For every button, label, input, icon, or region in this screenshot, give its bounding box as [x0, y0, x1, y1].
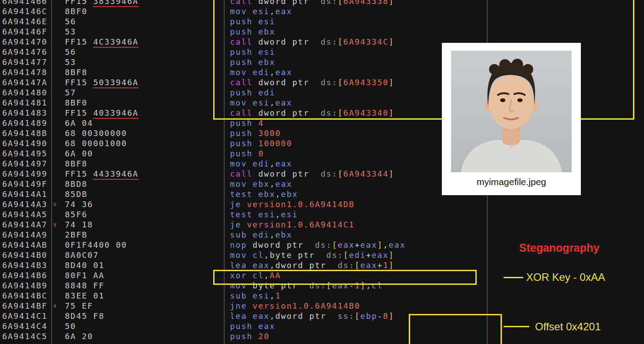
instruction: push 20 [230, 331, 270, 341]
address: 6A941478 [2, 67, 48, 77]
xor-connector-line [504, 277, 523, 278]
opcode-bytes: 0F1F4400 00 [65, 240, 127, 250]
opcode-bytes: 57 [65, 87, 76, 98]
address: 6A941495 [2, 148, 48, 159]
address: 6A9414BF [2, 301, 48, 311]
opcode-bytes: 8BF0 [65, 98, 87, 108]
debugger-disassembly-screenshot: 6A941466FF15 3833946Acall dword ptr ds:[… [0, 0, 644, 344]
address: 6A9414B3 [2, 260, 48, 270]
disasm-row[interactable]: 6A9414BF∧75 EFjne version1.0.6A9414B0 [0, 301, 644, 311]
address: 6A94149F [2, 179, 48, 189]
opcode-bytes: FF15 3833946A [65, 0, 139, 6]
opcode-bytes: 8BF8 [65, 67, 87, 77]
address: 6A941497 [2, 159, 48, 169]
address: 6A9414B6 [2, 270, 48, 280]
address: 6A9414A9 [2, 230, 48, 240]
instruction: sub esi,1 [230, 291, 281, 301]
instruction: push 100000 [230, 138, 292, 148]
opcode-bytes: 53 [65, 26, 76, 37]
opcode-bytes: 8A0C07 [65, 250, 99, 260]
opcode-bytes: 6A 04 [65, 118, 93, 128]
opcode-bytes: 56 [65, 47, 76, 57]
disasm-row[interactable]: 6A9414A92BFBsub edi,ebx [0, 230, 644, 240]
opcode-bytes: 85F6 [65, 209, 87, 219]
instruction: push 0 [230, 148, 264, 159]
address: 6A9414BC [2, 291, 48, 301]
instruction: test ebx,ebx [230, 189, 298, 199]
instruction: mov edi,eax [230, 159, 292, 169]
opcode-bytes: FF15 4033946A [65, 108, 139, 118]
address: 6A94146C [2, 6, 48, 16]
address: 6A941483 [2, 108, 48, 118]
opcode-bytes: 8BF0 [65, 6, 87, 16]
jump-direction-icon: ∨ [53, 219, 57, 230]
address: 6A941477 [2, 57, 48, 67]
address: 6A94147A [2, 77, 48, 87]
opcode-bytes: 68 00001000 [65, 138, 127, 148]
address: 6A9414A7 [2, 219, 48, 230]
address: 6A941489 [2, 118, 48, 128]
opcode-bytes: 74 18 [65, 219, 93, 230]
opcode-bytes: 50 [65, 321, 76, 331]
image-card: myimagefile.jpeg [442, 43, 581, 195]
address: 6A941499 [2, 169, 48, 179]
disasm-row[interactable]: 6A9414C18D45 F8lea eax,dword ptr ss:[ebp… [0, 311, 644, 321]
xor-key-label: XOR Key - 0xAA [526, 271, 605, 284]
opcode-bytes: 68 00300000 [65, 128, 127, 138]
address: 6A9414B9 [2, 280, 48, 291]
instruction: mov cl,byte ptr ds:[edi+eax] [230, 250, 394, 260]
address: 6A9414AB [2, 240, 48, 250]
opcode-bytes: 56 [65, 16, 76, 26]
steganography-label: Steganography [519, 242, 599, 254]
portrait-photo [451, 51, 572, 172]
instruction: sub edi,ebx [230, 230, 292, 240]
relocated-bytes: 4033946A [93, 108, 139, 119]
opcode-bytes: 8848 FF [65, 280, 105, 291]
annotation-box-xor-instruction [213, 270, 477, 285]
address: 6A9414C4 [2, 321, 48, 331]
address: 6A941466 [2, 0, 48, 6]
opcode-bytes: 6A 00 [65, 148, 93, 159]
disasm-row[interactable]: 6A9414BC83EE 01sub esi,1 [0, 291, 644, 301]
address: 6A9414A3 [2, 199, 48, 209]
opcode-bytes: 74 36 [65, 199, 93, 209]
jump-direction-icon: ∧ [53, 301, 57, 311]
opcode-bytes: 2BFB [65, 230, 87, 240]
offset-label: Offset 0x4201 [535, 321, 601, 333]
opcode-bytes: FF15 4433946A [65, 169, 139, 179]
disasm-row[interactable]: 6A9414A585F6test esi,esi [0, 209, 644, 219]
opcode-bytes: 8BD8 [65, 179, 87, 189]
instruction: mov ebx,eax [230, 179, 292, 189]
opcode-bytes: 8D45 F8 [65, 311, 105, 321]
opcode-bytes: 8D40 01 [65, 260, 105, 270]
address: 6A9414B0 [2, 250, 48, 260]
opcode-bytes: FF15 5033946A [65, 77, 139, 87]
opcode-bytes: 80F1 AA [65, 270, 105, 280]
disasm-row[interactable]: 6A9414A3∨74 36je version1.0.6A9414DB [0, 199, 644, 209]
instruction: push 3000 [230, 128, 281, 138]
opcode-bytes: 6A 20 [65, 331, 93, 341]
address: 6A941476 [2, 47, 48, 57]
instruction: call dword ptr ds:[6A943344] [230, 169, 394, 179]
image-caption: myimagefile.jpeg [442, 177, 581, 187]
relocated-bytes: 4C33946A [93, 37, 139, 48]
address: 6A94146E [2, 16, 48, 26]
annotation-box-offset [409, 314, 502, 344]
disasm-row[interactable]: 6A9414B38D40 01lea eax,dword ptr ds:[eax… [0, 260, 644, 270]
instruction: push eax [230, 321, 275, 331]
relocated-bytes: 4433946A [93, 169, 139, 180]
disasm-row[interactable]: 6A9414A7∨74 18je version1.0.6A9414C1 [0, 219, 644, 230]
address: 6A94148B [2, 128, 48, 138]
address: 6A941480 [2, 87, 48, 98]
opcode-bytes: 53 [65, 57, 76, 67]
address: 6A9414C1 [2, 311, 48, 321]
instruction: je version1.0.6A9414DB [230, 199, 354, 209]
instruction: nop dword ptr ds:[eax+eax],eax [230, 240, 406, 250]
relocated-bytes: 5033946A [93, 78, 139, 88]
instruction: je version1.0.6A9414C1 [230, 219, 354, 230]
address: 6A9414A1 [2, 189, 48, 199]
address: 6A9414A5 [2, 209, 48, 219]
jump-direction-icon: ∨ [53, 199, 57, 209]
address: 6A941481 [2, 98, 48, 108]
instruction: jne version1.0.6A9414B0 [230, 301, 360, 311]
